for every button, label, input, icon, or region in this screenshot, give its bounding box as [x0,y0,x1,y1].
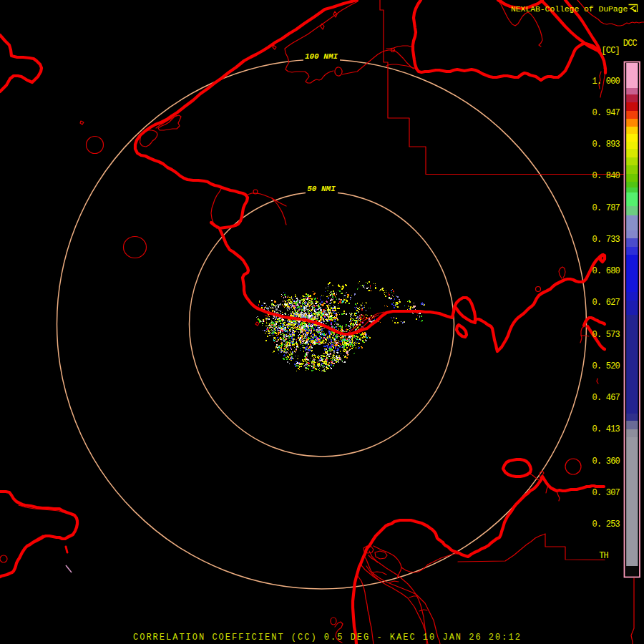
svg-text:0. 680: 0. 680 [592,266,620,276]
svg-text:CORRELATION COEFFICIENT (CC) 0: CORRELATION COEFFICIENT (CC) 0.5 DEG - K… [133,633,522,643]
svg-text:0. 573: 0. 573 [592,330,620,340]
svg-text:0. 307: 0. 307 [592,488,620,498]
svg-text:0. 413: 0. 413 [592,424,620,434]
svg-text:0. 360: 0. 360 [592,457,620,467]
svg-text:0. 520: 0. 520 [592,361,620,371]
svg-text:0. 787: 0. 787 [592,203,620,213]
svg-text:[CC]: [CC] [601,46,620,56]
svg-text:1. 000: 1. 000 [592,77,620,87]
svg-text:100 NMI: 100 NMI [305,52,338,61]
svg-text:0. 733: 0. 733 [592,235,620,245]
svg-text:0. 893: 0. 893 [592,140,620,150]
svg-text:0. 467: 0. 467 [592,393,620,403]
svg-text:0. 253: 0. 253 [592,519,620,530]
svg-text:0. 627: 0. 627 [592,298,620,308]
svg-text:NEXLAB-College of DuPage: NEXLAB-College of DuPage [511,4,628,14]
svg-text:DCC: DCC [623,39,638,49]
svg-text:50 NMI: 50 NMI [307,185,336,193]
svg-text:TH: TH [599,551,608,561]
svg-text:0. 947: 0. 947 [592,108,620,118]
svg-text:0. 840: 0. 840 [592,171,620,181]
